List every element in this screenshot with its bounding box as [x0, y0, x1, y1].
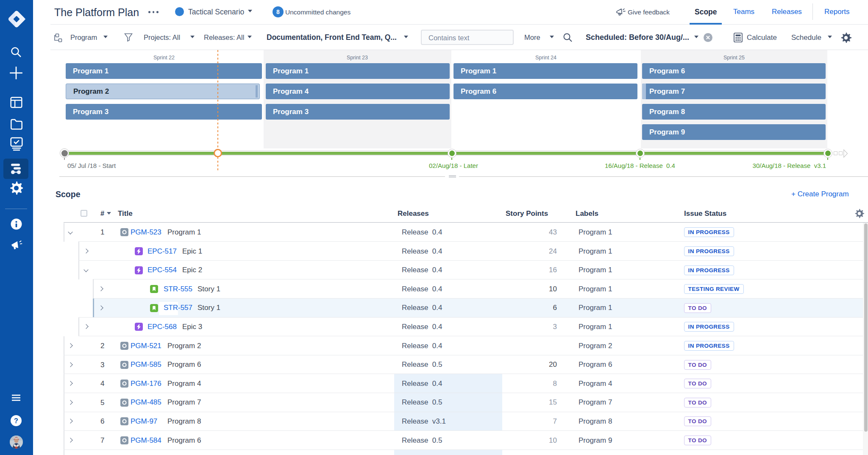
svg-text:?: ?: [14, 417, 18, 424]
